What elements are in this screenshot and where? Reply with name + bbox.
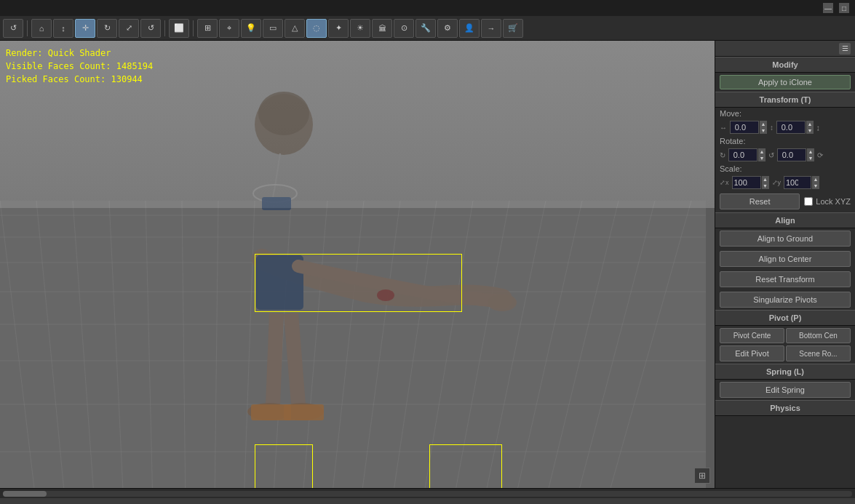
scale-x-down[interactable]: ▼: [762, 183, 769, 189]
selection-box-upper: [255, 254, 462, 312]
selection-box-right: [429, 444, 502, 488]
toolbar-arrow[interactable]: →: [481, 19, 501, 38]
rotate-x-arrows[interactable]: ▲ ▼: [758, 148, 765, 161]
toolbar-redo[interactable]: ↺: [140, 19, 161, 38]
move-label: Move:: [720, 109, 749, 118]
scale-row: Scale:: [715, 163, 855, 175]
move-y-group[interactable]: ▲ ▼: [776, 121, 814, 134]
lock-xyz-checkbox[interactable]: [804, 197, 813, 206]
reset-button[interactable]: Reset: [720, 193, 800, 209]
move-x-group[interactable]: ▲ ▼: [730, 121, 767, 134]
move-x-down[interactable]: ▼: [760, 127, 767, 134]
rotate-y-group[interactable]: ▲ ▼: [777, 148, 814, 161]
rotate-x-down[interactable]: ▼: [758, 155, 765, 161]
reset-lock-row: Reset Lock XYZ: [715, 191, 855, 212]
reset-transform-button[interactable]: Reset Transform: [720, 271, 851, 287]
scale-y-down[interactable]: ▼: [812, 183, 819, 189]
modify-header-bar: ☰: [715, 41, 855, 57]
rotate-x-up[interactable]: ▲: [758, 148, 765, 155]
move-x-up[interactable]: ▲: [760, 121, 767, 127]
move-y-down[interactable]: ▼: [806, 127, 814, 134]
move-z-icon: ↨: [816, 124, 820, 132]
rotate-y-up[interactable]: ▲: [807, 148, 814, 155]
toolbar-coord[interactable]: ⌖: [219, 19, 239, 38]
toolbar-plane[interactable]: ▭: [263, 19, 283, 38]
move-row: Move:: [715, 108, 855, 119]
align-title: Align: [715, 212, 855, 228]
viewport-settings-icon[interactable]: ⊞: [694, 468, 710, 484]
move-x-arrows[interactable]: ▲ ▼: [760, 121, 767, 134]
scale-x-arrows[interactable]: ▲ ▼: [762, 176, 769, 189]
scale-x-group[interactable]: ▲ ▼: [732, 176, 769, 189]
rotate-y-arrows[interactable]: ▲ ▼: [807, 148, 814, 161]
rotate-inputs-row: ↻ ▲ ▼ ↺ ▲ ▼ ⟳: [715, 147, 855, 163]
toolbar-globe[interactable]: ⊙: [394, 19, 414, 38]
toolbar-building[interactable]: 🏛: [372, 19, 392, 38]
rotate-x-input[interactable]: [728, 148, 757, 161]
rotate-y-down[interactable]: ▼: [807, 155, 814, 161]
toolbar-rotate[interactable]: ↻: [97, 19, 117, 38]
svg-rect-43: [284, 404, 324, 420]
edit-pivot-button[interactable]: Edit Pivot: [720, 345, 784, 361]
main-area: Render: Quick Shader Visible Faces Count…: [0, 41, 855, 488]
scale-y-arrows[interactable]: ▲ ▼: [812, 176, 819, 189]
lock-xyz-row: Lock XYZ: [804, 197, 851, 206]
toolbar: ↺ ⌂ ↕ ✛ ↻ ⤢ ↺ ⬜ ⊞ ⌖ 💡 ▭ △ ◌ ✦ ☀ 🏛 ⊙ 🔧 ⚙ …: [0, 16, 855, 41]
edit-spring-button[interactable]: Edit Spring: [720, 382, 851, 398]
svg-line-32: [275, 153, 280, 186]
rotate-x-group[interactable]: ▲ ▼: [728, 148, 765, 161]
toolbar-wireframe[interactable]: ◌: [306, 19, 327, 38]
move-x-input[interactable]: [730, 121, 759, 134]
toolbar-move[interactable]: ✛: [75, 19, 95, 38]
toolbar-light-tool[interactable]: 💡: [241, 19, 261, 38]
toolbar-cart[interactable]: 🛒: [503, 19, 523, 38]
scale-x-input[interactable]: [732, 176, 761, 189]
align-to-ground-button[interactable]: Align to Ground: [720, 231, 851, 247]
scroll-track: [3, 491, 852, 497]
maximize-button[interactable]: □: [839, 3, 849, 13]
toolbar-person[interactable]: 👤: [459, 19, 480, 38]
toolbar-wrench[interactable]: 🔧: [415, 19, 436, 38]
rotate-z-icon: ⟳: [817, 151, 823, 159]
transform-title[interactable]: Transform (T): [715, 92, 855, 108]
minimize-button[interactable]: —: [823, 3, 833, 13]
apply-to-iclone-button[interactable]: Apply to iClone: [720, 75, 851, 89]
rotate-x-icon: ↻: [720, 151, 725, 159]
rotate-y-input[interactable]: [777, 148, 806, 161]
toolbar-sun[interactable]: ☀: [350, 19, 370, 38]
move-y-input[interactable]: [776, 121, 806, 134]
toolbar-gear[interactable]: ⚙: [437, 19, 458, 38]
toolbar-highlight[interactable]: ✦: [328, 19, 349, 38]
scale-x-up[interactable]: ▲: [762, 176, 769, 183]
align-to-center-button[interactable]: Align to Center: [720, 251, 851, 267]
svg-rect-35: [262, 197, 291, 210]
scale-y-group[interactable]: ▲ ▼: [784, 176, 819, 189]
toolbar-undo[interactable]: ↺: [3, 19, 23, 38]
titlebar: — □: [0, 0, 855, 16]
scroll-thumb[interactable]: [3, 491, 47, 497]
toolbar-grid[interactable]: ⊞: [197, 19, 218, 38]
singularize-pivots-button[interactable]: Singularize Pivots: [720, 292, 851, 308]
scale-y-input[interactable]: [784, 176, 811, 189]
toolbar-scale[interactable]: ⤢: [119, 19, 139, 38]
scene-root-button[interactable]: Scene Ro...: [786, 345, 851, 361]
scale-label: Scale:: [720, 164, 749, 173]
modify-icon[interactable]: ☰: [839, 43, 851, 55]
move-y-up[interactable]: ▲: [806, 121, 814, 127]
move-y-arrows[interactable]: ▲ ▼: [806, 121, 814, 134]
toolbar-home[interactable]: ⌂: [31, 19, 52, 38]
physics-title[interactable]: Physics: [715, 400, 855, 416]
bottom-scrollbar[interactable]: [0, 488, 855, 498]
svg-rect-0: [0, 201, 706, 488]
scale-y-up[interactable]: ▲: [812, 176, 819, 183]
pivot-center-button[interactable]: Pivot Cente: [720, 328, 784, 343]
rotate-row: Rotate:: [715, 135, 855, 147]
bottom-center-button[interactable]: Bottom Cen: [786, 328, 851, 343]
viewport[interactable]: Render: Quick Shader Visible Faces Count…: [0, 41, 715, 488]
toolbar-terrain[interactable]: △: [285, 19, 305, 38]
pivot-title[interactable]: Pivot (P): [715, 310, 855, 326]
spring-title[interactable]: Spring (L): [715, 364, 855, 380]
selection-box-lower: [255, 444, 313, 488]
toolbar-move-y[interactable]: ↕: [53, 19, 73, 38]
toolbar-select-rect[interactable]: ⬜: [169, 19, 189, 38]
